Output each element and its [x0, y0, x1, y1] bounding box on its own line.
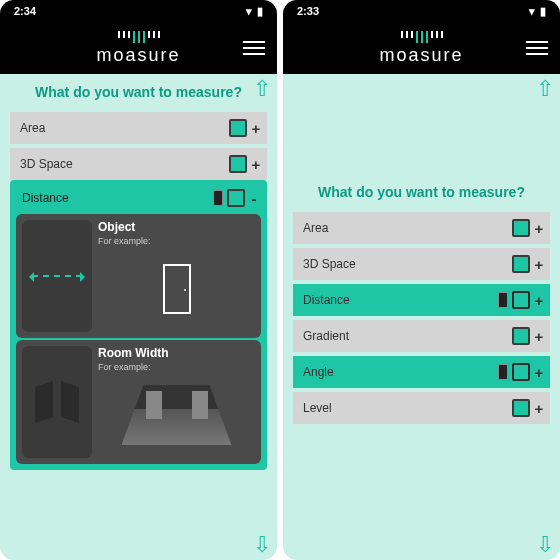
card-body: Object For example: — [98, 220, 255, 332]
battery-icon: ▮ — [257, 5, 263, 18]
scroll-up-icon[interactable]: ⇧ — [536, 76, 554, 102]
wifi-icon: ▾ — [246, 5, 252, 18]
card-example — [98, 380, 255, 450]
device-icon — [229, 155, 247, 173]
row-angle[interactable]: Angle + — [293, 356, 550, 388]
menu-button[interactable] — [526, 37, 548, 59]
row-3dspace[interactable]: 3D Space + — [10, 148, 267, 180]
row-icons: + — [512, 327, 544, 345]
row-icons: + — [498, 363, 544, 381]
card-title: Room Width — [98, 346, 255, 360]
phone-left: 2:34 ▾ ▮ moasure ⇧ ⇩ What do you want to… — [0, 0, 277, 560]
row-icons: + — [512, 219, 544, 237]
expand-icon: + — [534, 220, 544, 237]
distance-arrow-icon — [32, 275, 82, 277]
measure-list: Area + 3D Space + Distance + — [283, 212, 560, 424]
expand-icon: + — [251, 156, 261, 173]
row-distance-expanded: Distance - Object For example: — [10, 180, 267, 470]
door-icon — [163, 264, 191, 314]
row-3dspace[interactable]: 3D Space + — [293, 248, 550, 280]
brand-logo: moasure — [379, 31, 463, 66]
row-icons: - — [213, 189, 259, 207]
app-bar: moasure — [283, 22, 560, 74]
row-icons: + — [512, 399, 544, 417]
expand-icon: + — [534, 292, 544, 309]
row-label: Gradient — [303, 329, 512, 343]
hallway-icon — [122, 385, 232, 445]
row-area[interactable]: Area + — [10, 112, 267, 144]
content: ⇧ ⇩ What do you want to measure? Area + … — [0, 74, 277, 560]
device-icon — [512, 219, 530, 237]
row-distance[interactable]: Distance + — [293, 284, 550, 316]
status-bar: 2:33 ▾ ▮ — [283, 0, 560, 22]
phone-right: 2:33 ▾ ▮ moasure ⇧ ⇩ What do you want to… — [283, 0, 560, 560]
card-room-width[interactable]: Room Width For example: — [16, 340, 261, 464]
row-icons: + — [229, 155, 261, 173]
content: ⇧ ⇩ What do you want to measure? Area + … — [283, 74, 560, 560]
walls-icon — [35, 384, 79, 420]
device-icon — [512, 399, 530, 417]
row-label: Area — [20, 121, 229, 135]
row-icons: + — [229, 119, 261, 137]
phone-icon — [498, 364, 508, 380]
row-label: Area — [303, 221, 512, 235]
collapse-icon: - — [249, 190, 259, 207]
device-icon — [512, 363, 530, 381]
expand-icon: + — [534, 328, 544, 345]
row-label: Distance — [22, 191, 213, 205]
brand-logo: moasure — [96, 31, 180, 66]
row-label: Distance — [303, 293, 498, 307]
row-area[interactable]: Area + — [293, 212, 550, 244]
scroll-up-icon[interactable]: ⇧ — [253, 76, 271, 102]
row-level[interactable]: Level + — [293, 392, 550, 424]
page-heading: What do you want to measure? — [0, 74, 277, 112]
device-icon — [512, 327, 530, 345]
device-icon — [512, 291, 530, 309]
row-gradient[interactable]: Gradient + — [293, 320, 550, 352]
brand-text: moasure — [96, 45, 180, 66]
scroll-down-icon[interactable]: ⇩ — [536, 532, 554, 558]
status-bar: 2:34 ▾ ▮ — [0, 0, 277, 22]
scroll-down-icon[interactable]: ⇩ — [253, 532, 271, 558]
status-icons: ▾ ▮ — [529, 5, 546, 18]
menu-button[interactable] — [243, 37, 265, 59]
ruler-icon — [96, 31, 180, 43]
phone-icon — [213, 190, 223, 206]
card-thumb — [22, 346, 92, 458]
card-title: Object — [98, 220, 255, 234]
status-time: 2:33 — [297, 5, 319, 17]
card-example — [98, 254, 255, 324]
wifi-icon: ▾ — [529, 5, 535, 18]
device-icon — [229, 119, 247, 137]
card-subtitle: For example: — [98, 362, 255, 372]
row-distance-header[interactable]: Distance - — [14, 184, 263, 212]
expand-icon: + — [534, 256, 544, 273]
device-icon — [512, 255, 530, 273]
ruler-icon — [379, 31, 463, 43]
status-time: 2:34 — [14, 5, 36, 17]
row-label: Angle — [303, 365, 498, 379]
phone-icon — [498, 292, 508, 308]
measure-list: Area + 3D Space + — [0, 112, 277, 180]
row-icons: + — [512, 255, 544, 273]
row-label: Level — [303, 401, 512, 415]
device-icon — [227, 189, 245, 207]
row-icons: + — [498, 291, 544, 309]
row-label: 3D Space — [303, 257, 512, 271]
expand-icon: + — [534, 364, 544, 381]
brand-text: moasure — [379, 45, 463, 66]
expand-icon: + — [534, 400, 544, 417]
status-icons: ▾ ▮ — [246, 5, 263, 18]
page-heading: What do you want to measure? — [283, 74, 560, 212]
card-object[interactable]: Object For example: — [16, 214, 261, 338]
card-thumb — [22, 220, 92, 332]
card-subtitle: For example: — [98, 236, 255, 246]
app-bar: moasure — [0, 22, 277, 74]
row-label: 3D Space — [20, 157, 229, 171]
battery-icon: ▮ — [540, 5, 546, 18]
expand-icon: + — [251, 120, 261, 137]
card-body: Room Width For example: — [98, 346, 255, 458]
